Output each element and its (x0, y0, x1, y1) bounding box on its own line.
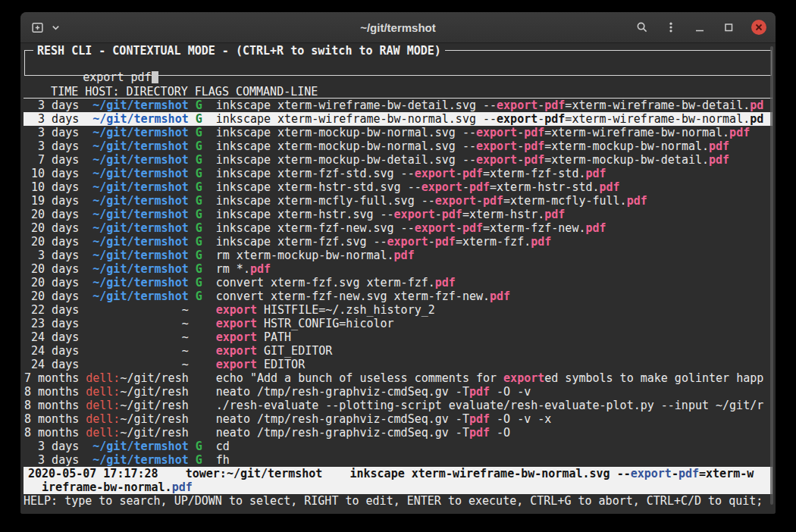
row-host: ~ (86, 330, 188, 344)
row-host: ~/git/termshot (86, 221, 188, 235)
command-segment: pdf (462, 167, 483, 180)
search-input[interactable]: export pdf (28, 57, 158, 98)
row-directory: ~/git/termshot (92, 249, 188, 262)
row-host: ~/git/termshot (86, 262, 188, 276)
titlebar-right-group (636, 20, 776, 35)
history-row[interactable]: 3 days~/git/termshotGinkscape xterm-mock… (24, 139, 772, 153)
history-row[interactable]: 20 days~/git/termshotGinkscape xterm-fzf… (24, 221, 772, 235)
row-time: 19 days (24, 194, 79, 208)
command-segment: neato /tmp/resh-graphviz-cmdSeq.gv -T (216, 426, 469, 440)
command-segment: export (503, 371, 544, 385)
command-segment: echo "Add a bunch of useless comments fo… (216, 371, 503, 385)
command-segment: inkscape xterm-fzf-std.svg -- (216, 167, 415, 180)
row-flags: G (196, 139, 202, 153)
row-host: ~/git/termshot (86, 112, 188, 126)
history-row[interactable]: 3 days~/git/termshotGinkscape xterm-mock… (24, 126, 772, 139)
history-row[interactable]: 20 days~/git/termshotGconvert xterm-fzf-… (24, 289, 772, 303)
command-segment: inkscape xterm-wireframe-bw-detail.svg -… (216, 99, 497, 112)
row-flags (196, 426, 202, 440)
command-segment: pdf (544, 208, 565, 221)
row-directory: ~/git/termshot (92, 289, 188, 303)
row-directory: ~/git/termshot (92, 276, 188, 289)
history-row[interactable]: 7 monthsdell:~/git/reshecho "Add a bunch… (24, 371, 772, 385)
row-time: 7 days (24, 153, 79, 167)
command-segment: convert xterm-fzf-new.svg xterm-fzf-new. (216, 289, 490, 303)
command-segment: - (537, 112, 544, 126)
command-segment: pdf (531, 235, 551, 249)
command-segment: =xterm-wireframe-bw-normal. (544, 126, 729, 139)
new-tab-button[interactable] (31, 21, 44, 34)
history-row[interactable]: 8 monthsdell:~/git/reshneato /tmp/resh-g… (24, 426, 772, 440)
command-segment: pdf (585, 167, 606, 180)
history-row[interactable]: 19 days~/git/termshotGinkscape xterm-mcf… (24, 194, 772, 208)
search-button[interactable] (636, 21, 648, 33)
command-segment: pdf (250, 262, 271, 276)
command-segment: inkscape xterm-mockup-bw-detail.svg -- (216, 153, 476, 167)
command-segment: pdf (394, 249, 415, 262)
tab-list-button[interactable] (51, 23, 61, 33)
history-row[interactable]: 3 days~/git/termshotGrm xterm-mockup-bw-… (24, 249, 772, 262)
row-flags (196, 344, 202, 358)
history-row[interactable]: 3 days~/git/termshotGfh (24, 453, 772, 467)
history-row[interactable]: 24 days~export EDITOR (24, 358, 772, 371)
status-segment: pdf (172, 480, 193, 494)
row-flags (196, 317, 202, 330)
minimize-button[interactable] (694, 21, 706, 33)
history-row[interactable]: 3 days~/git/termshotGinkscape xterm-wire… (24, 99, 772, 112)
row-host-prefix: dell: (86, 399, 120, 412)
history-row[interactable]: 20 days~/git/termshotGinkscape xterm-hst… (24, 208, 772, 221)
history-row[interactable]: 8 monthsdell:~/git/reshneato /tmp/resh-g… (24, 412, 772, 426)
history-row[interactable]: 24 days~export PATH (24, 330, 772, 344)
help-line: HELP: type to search, UP/DOWN to select,… (24, 494, 772, 508)
command-segment: - (428, 235, 435, 249)
titlebar-left-group (20, 21, 61, 34)
history-row[interactable]: 7 days~/git/termshotGinkscape xterm-mock… (24, 153, 772, 167)
history-row[interactable]: 20 days~/git/termshotGconvert xterm-fzf.… (24, 276, 772, 289)
history-row[interactable]: 8 monthsdell:~/git/resh./resh-evaluate -… (24, 399, 772, 412)
row-host: dell:~/git/resh (86, 371, 188, 385)
command-segment: -O (490, 426, 510, 440)
history-row[interactable]: 8 monthsdell:~/git/reshneato /tmp/resh-g… (24, 385, 772, 399)
menu-button[interactable] (665, 21, 677, 33)
row-host: ~ (86, 317, 188, 330)
command-segment: pd (750, 99, 763, 112)
command-segment: pd (750, 112, 763, 126)
command-segment: neato /tmp/resh-graphviz-cmdSeq.gv -T (216, 412, 469, 426)
row-flags: G (196, 126, 202, 139)
row-time: 8 months (24, 399, 79, 412)
history-row[interactable]: 3 days~/git/termshotGcd (24, 440, 772, 453)
command-segment: neato /tmp/resh-graphviz-cmdSeq.gv -T (216, 385, 469, 399)
row-directory: ~/git/termshot (92, 153, 188, 167)
command-segment: -O -v (490, 385, 531, 399)
history-row[interactable]: 22 days~export HISTFILE=~/.zsh_history_2 (24, 303, 772, 317)
command-segment: export (415, 167, 456, 180)
row-command: inkscape xterm-mockup-bw-detail.svg --ex… (216, 153, 772, 167)
row-flags (196, 358, 202, 371)
row-directory: ~/git/termshot (92, 194, 188, 208)
history-row[interactable]: 20 days~/git/termshotGinkscape xterm-fzf… (24, 235, 772, 249)
command-segment: pdf (544, 112, 565, 126)
history-row[interactable]: 20 days~/git/termshotGrm *.pdf (24, 262, 772, 276)
chevron-down-icon (51, 23, 61, 33)
row-host: ~/git/termshot (86, 153, 188, 167)
row-flags: G (196, 249, 202, 262)
row-directory: ~/git/resh (120, 412, 188, 426)
history-row[interactable]: 24 days~export GIT_EDITOR (24, 344, 772, 358)
command-segment: pdf (524, 153, 544, 167)
row-host: ~/git/termshot (86, 440, 188, 453)
status-segment: 2020-05-07 17:17:28 tower:~/git/termshot… (28, 467, 631, 480)
row-directory: ~/git/termshot (92, 139, 188, 153)
command-segment: =xterm-hstr-std. (490, 180, 600, 194)
status-segment: - (672, 467, 678, 480)
close-button[interactable] (751, 20, 766, 35)
history-row[interactable]: 10 days~/git/termshotGinkscape xterm-hst… (24, 180, 772, 194)
command-segment: - (517, 153, 524, 167)
scrollbar-thumb[interactable] (770, 46, 773, 505)
restore-button[interactable] (722, 21, 735, 33)
history-row[interactable]: 10 days~/git/termshotGinkscape xterm-fzf… (24, 167, 772, 180)
history-row[interactable]: 23 days~export HSTR_CONFIG=hicolor (24, 317, 772, 330)
command-segment: export (476, 139, 517, 153)
search-panel: RESH CLI - CONTEXTUAL MODE - (CTRL+R to … (24, 50, 772, 76)
command-segment: PATH (257, 330, 291, 344)
history-row[interactable]: 3 days~/git/termshotGinkscape xterm-wire… (24, 112, 772, 126)
